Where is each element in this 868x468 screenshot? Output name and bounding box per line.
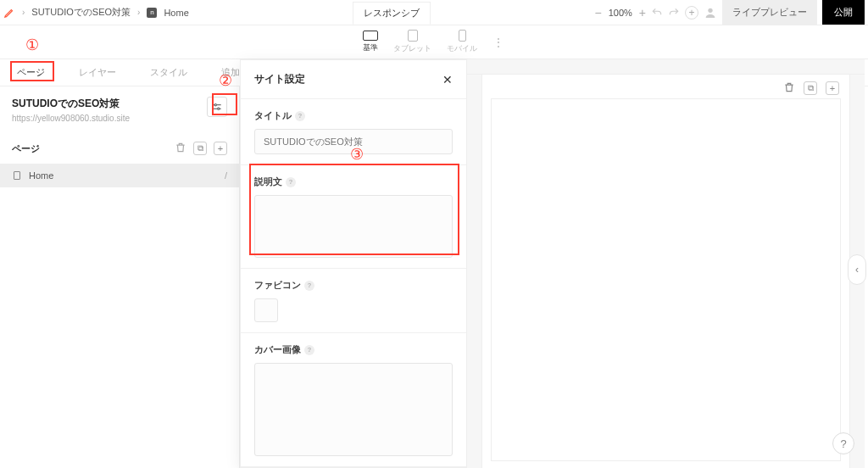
tab-page[interactable]: ページ — [12, 63, 50, 82]
svg-point-2 — [214, 104, 216, 106]
device-mobile[interactable]: モバイル — [447, 30, 477, 54]
page-stage[interactable] — [491, 98, 841, 461]
section-description: 説明文? — [241, 165, 466, 269]
add-element-button[interactable]: + — [826, 81, 839, 95]
svg-point-0 — [708, 8, 712, 12]
annotation-1: ① — [25, 36, 39, 54]
user-icon[interactable] — [704, 6, 717, 20]
description-label: 説明文 — [254, 176, 282, 188]
hint-icon[interactable]: ? — [295, 111, 305, 121]
duplicate-icon[interactable]: ⧉ — [193, 142, 207, 155]
pages-list: Home / — [0, 164, 239, 187]
hint-icon[interactable]: ? — [286, 177, 296, 187]
svg-point-4 — [218, 108, 220, 109]
breadcrumb-page[interactable]: Home — [164, 8, 188, 18]
more-devices-icon[interactable]: ⋮ — [492, 36, 505, 49]
top-bar: › SUTUDIOでのSEO対策 › n Home レスポンシブ − 100% … — [0, 0, 868, 25]
title-label: タイトル — [254, 109, 292, 122]
undo-icon[interactable] — [651, 7, 663, 19]
annotation-2: ② — [219, 71, 232, 90]
hint-icon[interactable]: ? — [304, 345, 314, 355]
mobile-icon — [459, 30, 466, 42]
cover-upload[interactable] — [254, 363, 453, 456]
zoom-control: − 100% + — [594, 6, 646, 20]
pen-icon[interactable] — [3, 7, 15, 19]
chevron-left-icon: ‹ — [855, 264, 859, 276]
live-preview-button[interactable]: ライブプレビュー — [722, 0, 817, 25]
zoom-in-icon[interactable]: + — [639, 6, 646, 20]
tab-layer[interactable]: レイヤー — [74, 63, 121, 82]
panel-title: サイト設定 — [254, 72, 305, 86]
device-bar: 基準 タブレット モバイル ⋮ — [0, 25, 868, 59]
sliders-icon — [211, 101, 223, 113]
tab-style[interactable]: スタイル — [145, 63, 192, 82]
device-desktop[interactable]: 基準 — [363, 31, 378, 53]
sidebar: SUTUDIOでのSEO対策 https://yellow908060.stud… — [0, 86, 240, 468]
trash-icon[interactable] — [783, 81, 795, 93]
pages-label: ページ — [12, 142, 40, 155]
breadcrumb-sep-icon: › — [22, 8, 25, 17]
site-url: https://yellow908060.studio.site — [12, 114, 130, 123]
site-settings-panel: サイト設定 ✕ タイトル? 説明文? ファビコン? カバー画像? 言語? — [240, 59, 467, 468]
site-title: SUTUDIOでのSEO対策 — [12, 97, 130, 111]
site-info-block: SUTUDIOでのSEO対策 https://yellow908060.stud… — [0, 86, 239, 133]
desktop-icon — [363, 31, 378, 41]
site-settings-button[interactable] — [207, 97, 227, 117]
zoom-value: 100% — [609, 8, 632, 18]
device-tablet[interactable]: タブレット — [393, 30, 431, 54]
close-icon[interactable]: ✕ — [442, 73, 453, 86]
help-button[interactable]: ? — [832, 432, 854, 454]
breadcrumb: › SUTUDIOでのSEO対策 › n Home — [3, 6, 189, 19]
page-favicon-icon: n — [147, 8, 157, 18]
hint-icon[interactable]: ? — [304, 281, 314, 291]
svg-rect-5 — [14, 172, 20, 180]
ruler-left — [467, 75, 482, 468]
canvas-area: ⧉ + — [467, 59, 865, 468]
section-favicon: ファビコン? — [241, 269, 466, 333]
add-page-button[interactable]: + — [214, 142, 227, 155]
publish-button[interactable]: 公開 — [822, 0, 865, 25]
favicon-upload[interactable] — [254, 298, 278, 322]
page-row-name: Home — [29, 170, 53, 181]
page-row-path: / — [225, 170, 227, 181]
breadcrumb-project[interactable]: SUTUDIOでのSEO対策 — [31, 6, 131, 19]
pages-header: ページ ⧉ + — [0, 133, 239, 164]
zoom-out-icon[interactable]: − — [594, 6, 601, 20]
annotation-3: ③ — [350, 145, 364, 164]
description-input[interactable] — [254, 195, 453, 258]
collapse-panel-button[interactable]: ‹ — [848, 254, 866, 285]
duplicate-icon[interactable]: ⧉ — [804, 81, 817, 95]
ruler-top — [467, 59, 865, 75]
tablet-icon — [408, 30, 418, 42]
favicon-label: ファビコン — [254, 279, 301, 292]
page-row[interactable]: Home / — [0, 164, 239, 187]
page-icon — [12, 170, 22, 181]
section-cover: カバー画像? — [241, 333, 466, 467]
add-collaborator-button[interactable]: + — [685, 6, 698, 20]
breadcrumb-sep-icon: › — [137, 8, 140, 17]
cover-label: カバー画像 — [254, 343, 301, 356]
trash-icon[interactable] — [175, 142, 186, 153]
tab-responsive[interactable]: レスポンシブ — [353, 2, 431, 25]
redo-icon[interactable] — [668, 7, 680, 19]
